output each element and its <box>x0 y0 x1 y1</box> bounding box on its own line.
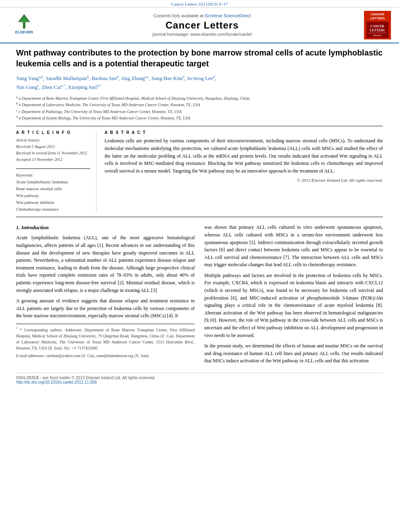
journal-title: Cancer Letters <box>40 20 364 31</box>
doi-link[interactable]: http://dx.doi.org/10.1016/j.canlet.2012.… <box>16 380 383 384</box>
journal-center: Contents lists available at SciVerse Sci… <box>40 13 364 37</box>
keywords-divider <box>16 168 90 169</box>
bottom-bar: 0304-3835/$ - see front matter © 2013 El… <box>16 373 383 384</box>
divider-body <box>16 217 383 217</box>
footnote-corresponding: * * Corresponding authors. Addresses: De… <box>16 327 195 351</box>
cancer-letters-line1: CANCER <box>366 12 389 16</box>
citation-text: Cancer Letters 333 (2013) 9–17 <box>171 2 228 6</box>
article-info-col: A R T I C L E I N F O Article history: R… <box>16 130 97 213</box>
keywords-list: Acute lymphoblastic leukemia Bone marrow… <box>16 179 90 213</box>
keywords-label: Keywords: <box>16 173 90 177</box>
history-label: Article history: <box>16 137 90 144</box>
intro-paragraph-5: In the present study, we determined the … <box>204 342 383 365</box>
abstract-col: A B S T R A C T Leukemia cells are prote… <box>105 130 383 213</box>
keyword-5: Chemotherapy resistance <box>16 206 90 213</box>
citation-bar: Cancer Letters 333 (2013) 9–17 <box>0 0 399 8</box>
svg-rect-1 <box>23 22 25 29</box>
elsevier-logo: ELSEVIER <box>8 13 40 37</box>
body-two-col: 1. Introduction Acute lymphoblastic leuk… <box>16 224 383 368</box>
svg-text:ELSEVIER: ELSEVIER <box>15 30 33 34</box>
author-xiaoping-sun: Xiaoping Sun <box>68 84 97 90</box>
intro-paragraph-3: was shown that primary ALL cells culture… <box>204 224 383 269</box>
author-ju-seog: Ju-Seog Lee <box>187 75 213 81</box>
main-content: Wnt pathway contributes to the protectio… <box>0 43 399 392</box>
sciverse-link[interactable]: SciVerse ScienceDirect <box>205 13 251 18</box>
intro-paragraph-1: Acute lymphoblastic leukemia (ALL), one … <box>16 234 195 294</box>
sciverse-text: Contents lists available at SciVerse Sci… <box>40 13 364 18</box>
article-info-label: A R T I C L E I N F O <box>16 130 90 135</box>
author-yun-gong: Yun Gong <box>16 84 37 90</box>
cancer-letters-line2: LETTERS <box>366 16 389 21</box>
body-col-right: was shown that primary ALL cells culture… <box>204 224 383 368</box>
keyword-4: Wnt pathway inhibitor <box>16 199 90 206</box>
body-col-left: 1. Introduction Acute lymphoblastic leuk… <box>16 224 195 368</box>
copyright-text: © 2013 Elsevier Ireland Ltd. All rights … <box>105 178 383 183</box>
svg-text:CANCER: CANCER <box>370 25 384 28</box>
intro-paragraph-2: A growing amount of evidence suggests th… <box>16 297 195 320</box>
author-jing-zhang: Jing Zhang <box>121 75 145 81</box>
footnote-corresponding-text: * Corresponding authors. Addresses: Depa… <box>16 328 195 350</box>
article-history: Article history: Received 5 August 2012 … <box>16 137 90 163</box>
footnote-email-text: E-mail addresses: caizhent@yahoo.com (Z.… <box>16 353 149 358</box>
journal-homepage: journal homepage: www.elsevier.com/locat… <box>40 32 364 37</box>
affiliation-a: a a Department of Bone Marrow Transplant… <box>16 95 383 101</box>
footnote-email: E-mail addresses: caizhent@yahoo.com (Z.… <box>16 353 195 359</box>
keyword-1: Acute lymphoblastic leukemia <box>16 179 90 186</box>
authors-line: Yang Yanga,b, Saradhi Mallampatib, Baohu… <box>16 74 383 92</box>
doi-anchor[interactable]: http://dx.doi.org/10.1016/j.canlet.2012.… <box>16 380 97 384</box>
affiliation-b: b b Department of Laboratory Medicine, T… <box>16 101 383 108</box>
article-info-abstract: A R T I C L E I N F O Article history: R… <box>16 130 383 213</box>
author-zhen-cai: Zhen Cai <box>42 84 61 90</box>
author-saradhi: Saradhi Mallampati <box>46 75 87 81</box>
svg-text:LETTERS: LETTERS <box>370 29 385 32</box>
keywords-section: Keywords: Acute lymphoblastic leukemia B… <box>16 168 90 213</box>
divider-top <box>16 126 383 126</box>
cancer-letters-logo: CANCER LETTERS CANCER LETTERS Elsevier <box>364 11 391 39</box>
revised-date: Received in revised form 11 November 201… <box>16 150 90 156</box>
author-yang-yang: Yang Yang <box>16 75 39 81</box>
abstract-text: Leukemia cells are protected by various … <box>105 137 383 175</box>
journal-header: ELSEVIER Contents lists available at Sci… <box>0 8 399 43</box>
abstract-label: A B S T R A C T <box>105 130 383 135</box>
svg-text:Elsevier: Elsevier <box>373 34 382 37</box>
intro-paragraph-4: Multiple pathways and factors are involv… <box>204 272 383 339</box>
affiliations: a a Department of Bone Marrow Transplant… <box>16 95 383 121</box>
author-baohua: Baohua Sun <box>92 75 117 81</box>
keyword-2: Bone marrow stromal cells <box>16 186 90 193</box>
keyword-3: Wnt pathway <box>16 193 90 199</box>
intro-heading: 1. Introduction <box>16 224 195 232</box>
footnote-area: * * Corresponding authors. Addresses: De… <box>16 324 195 359</box>
author-sang-bae: Sang-Bae Kim <box>152 75 183 81</box>
received-date: Received 5 August 2012 <box>16 144 90 150</box>
accepted-date: Accepted 13 November 2012 <box>16 156 90 163</box>
affiliation-c: c c Department of Pathology, The Univers… <box>16 108 383 115</box>
affiliation-d: d d Department of System Biology, The Un… <box>16 115 383 121</box>
article-title: Wnt pathway contributes to the protectio… <box>16 47 383 69</box>
issn-text: 0304-3835/$ - see front matter © 2013 El… <box>16 376 383 380</box>
body-content: 1. Introduction Acute lymphoblastic leuk… <box>16 224 383 368</box>
